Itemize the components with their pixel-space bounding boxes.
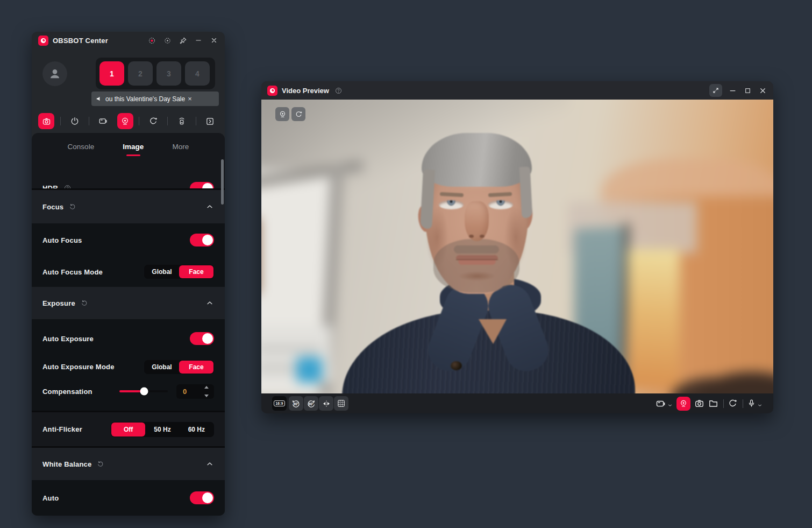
settings-card: Console Image More HDR Focus	[32, 133, 225, 516]
video-feed	[261, 100, 773, 393]
grid-button[interactable]	[334, 396, 348, 411]
device-tab-4[interactable]: 4	[185, 61, 210, 86]
compensation-value-box	[176, 384, 214, 399]
toolbar-separator	[60, 117, 61, 125]
folder-button[interactable]	[708, 398, 718, 409]
settings-gear-icon[interactable]	[163, 36, 172, 45]
sweater-button	[451, 361, 462, 370]
camera-mode-button[interactable]	[38, 113, 54, 129]
gimbal-reset-button[interactable]	[145, 113, 161, 129]
webcam-active-button[interactable]	[676, 397, 690, 411]
obsbot-logo-icon	[38, 36, 48, 46]
webcam-overlay-button[interactable]	[275, 107, 289, 121]
rotate-right-90-button[interactable]: 90°	[304, 396, 318, 411]
compensation-value-input[interactable]	[176, 388, 200, 396]
white-balance-section-header[interactable]: White Balance	[32, 448, 225, 480]
auto-exposure-mode-label: Auto Exposure Mode	[42, 363, 115, 371]
chevron-down-icon	[757, 403, 763, 408]
compensation-slider[interactable]	[119, 390, 168, 392]
chevron-up-icon[interactable]	[205, 299, 214, 307]
remote-control-button[interactable]	[174, 113, 190, 129]
focus-mode-global[interactable]: Global	[145, 265, 179, 278]
chevron-up-icon[interactable]	[205, 460, 214, 468]
close-icon[interactable]	[758, 86, 767, 95]
toolbar-separator	[167, 117, 168, 125]
auto-focus-toggle[interactable]	[190, 234, 214, 247]
display-select-dropdown[interactable]	[656, 398, 673, 409]
slider-thumb[interactable]	[140, 388, 148, 396]
anti-flicker-off[interactable]: Off	[111, 423, 145, 437]
display-device-button[interactable]	[95, 113, 111, 129]
promo-banner-text: ou this Valentine's Day Sale	[105, 95, 185, 103]
device-slot-tabs: 1 2 3 4	[96, 58, 215, 89]
toolbar-separator	[196, 117, 196, 125]
compensation-row: Compensation	[32, 379, 225, 403]
device-tab-1[interactable]: 1	[99, 61, 124, 86]
device-tab-3[interactable]: 3	[156, 61, 181, 86]
maximize-icon[interactable]	[743, 86, 752, 95]
exposure-section-header[interactable]: Exposure	[32, 287, 225, 319]
window-title: OBSBOT Center	[53, 37, 108, 45]
fullscreen-button[interactable]	[709, 84, 722, 97]
reset-icon[interactable]	[97, 460, 104, 468]
mirror-flip-button[interactable]	[319, 396, 333, 411]
wb-auto-row: Auto	[32, 480, 225, 516]
compensation-label: Compensation	[42, 388, 92, 396]
auto-focus-mode-label: Auto Focus Mode	[42, 268, 103, 276]
aspect-ratio-button[interactable]: 16:9	[272, 396, 287, 411]
exposure-mode-face[interactable]: Face	[179, 361, 213, 374]
microphone-dropdown[interactable]	[747, 399, 763, 408]
auto-exposure-toggle[interactable]	[190, 332, 214, 345]
tab-more[interactable]: More	[172, 139, 190, 154]
preview-toolbar: 16:9 90° 90°	[261, 393, 773, 413]
banner-close-icon[interactable]: ×	[188, 95, 192, 102]
toolbar-separator	[89, 117, 89, 125]
pin-icon[interactable]	[179, 36, 187, 45]
expand-panel-button[interactable]	[202, 113, 218, 129]
auto-focus-mode-row: Auto Focus Mode Global Face	[32, 257, 225, 287]
value-spinner	[204, 386, 211, 397]
power-button[interactable]	[67, 113, 83, 129]
toolbar-separator	[743, 399, 743, 408]
close-icon[interactable]	[210, 36, 218, 45]
user-avatar[interactable]	[42, 61, 67, 86]
minimize-icon[interactable]	[728, 86, 737, 95]
gimbal-reset-overlay-button[interactable]	[291, 107, 305, 121]
focus-mode-face[interactable]: Face	[179, 265, 213, 278]
chevron-up-icon[interactable]	[205, 202, 214, 211]
promo-banner[interactable]: ou this Valentine's Day Sale ×	[91, 91, 219, 106]
device-status-icon[interactable]	[147, 36, 156, 45]
spinner-up-icon[interactable]	[204, 386, 209, 389]
device-toolbar	[32, 110, 225, 132]
tab-console[interactable]: Console	[67, 139, 96, 154]
auto-exposure-label: Auto Exposure	[42, 335, 94, 343]
spinner-down-icon[interactable]	[204, 395, 209, 397]
auto-focus-row: Auto Focus	[32, 223, 225, 257]
reset-icon[interactable]	[69, 203, 76, 210]
minimize-icon[interactable]	[194, 36, 203, 45]
reset-icon[interactable]	[81, 299, 88, 307]
speaker-icon	[96, 95, 103, 102]
snapshot-button[interactable]	[694, 398, 704, 409]
rotate-left-90-button[interactable]: 90°	[289, 396, 303, 411]
exposure-mode-global[interactable]: Global	[145, 361, 179, 374]
device-tab-2[interactable]: 2	[128, 61, 153, 86]
auto-exposure-mode-segmented: Global Face	[144, 360, 214, 374]
help-icon[interactable]	[334, 87, 343, 95]
aspect-ratio-label: 16:9	[274, 400, 284, 406]
tab-image[interactable]: Image	[122, 139, 145, 154]
anti-flicker-segmented: Off 50 Hz 60 Hz	[111, 422, 214, 437]
anti-flicker-60hz[interactable]: 60 Hz	[180, 423, 213, 437]
preview-titlebar: Video Preview	[261, 81, 773, 100]
wb-auto-toggle[interactable]	[190, 491, 214, 504]
toolbar-separator	[723, 399, 724, 408]
auto-focus-label: Auto Focus	[42, 236, 82, 244]
preview-overlay-buttons	[275, 107, 305, 121]
obsbot-center-window: OBSBOT Center 1 2 3 4 ou	[32, 32, 225, 516]
panel-scrollbar[interactable]	[221, 159, 224, 205]
webcam-mode-button[interactable]	[117, 113, 133, 129]
anti-flicker-50hz[interactable]: 50 Hz	[145, 423, 179, 437]
center-titlebar: OBSBOT Center	[32, 32, 225, 49]
gimbal-reset-button[interactable]	[728, 398, 738, 409]
focus-section-header[interactable]: Focus	[32, 190, 225, 223]
